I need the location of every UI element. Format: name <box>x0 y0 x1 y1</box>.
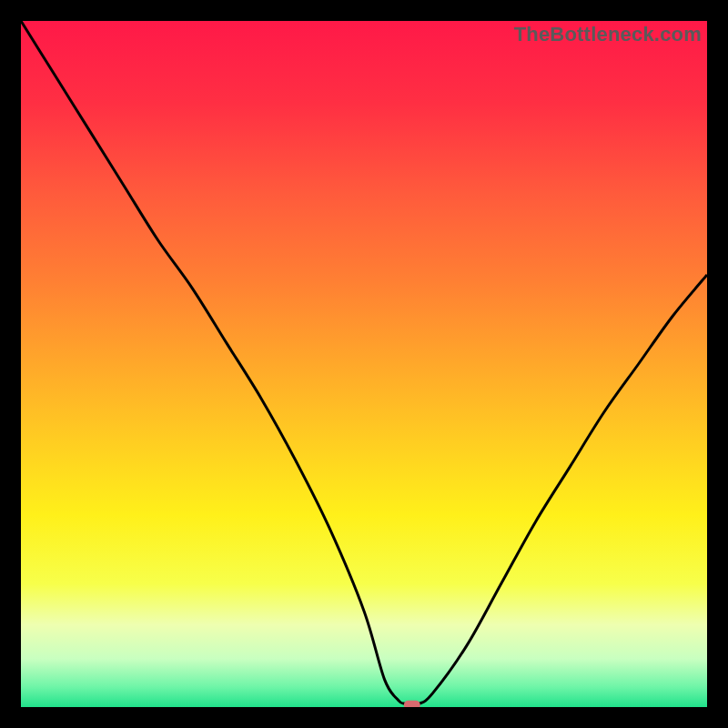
gradient-background <box>21 21 707 707</box>
plot-area <box>21 21 707 707</box>
watermark-text: TheBottleneck.com <box>514 23 702 46</box>
chart-frame: TheBottleneck.com <box>21 21 707 707</box>
minimum-marker <box>404 701 420 707</box>
chart-svg <box>21 21 707 707</box>
